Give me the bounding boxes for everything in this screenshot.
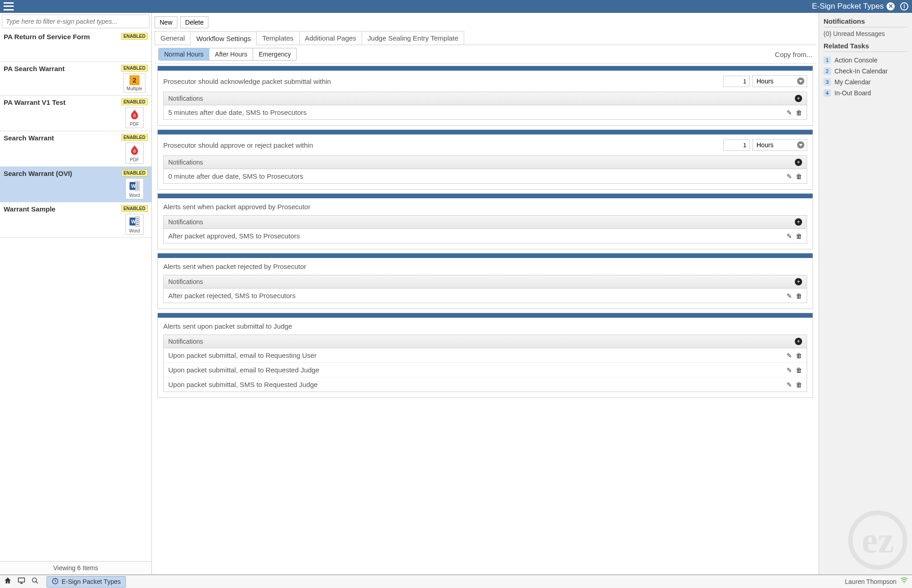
packet-item[interactable]: PA Search Warrant ENABLED 2 Multiple <box>0 62 151 96</box>
svg-text:W: W <box>131 183 136 189</box>
related-task-item[interactable]: 3My Calendar <box>824 77 907 88</box>
add-notification-icon[interactable]: + <box>795 278 802 285</box>
taskbar-open-tab[interactable]: E-Sign Packet Types <box>47 576 126 588</box>
delete-icon[interactable]: 🗑 <box>796 292 802 299</box>
notification-header: Notifications <box>168 278 795 285</box>
tab-additional-pages[interactable]: Additional Pages <box>299 31 363 45</box>
delete-icon[interactable]: 🗑 <box>796 109 802 116</box>
file-icon-pdf: PDF <box>125 107 144 128</box>
task-label: Action Console <box>834 57 877 64</box>
add-notification-icon[interactable]: + <box>795 338 802 345</box>
sub-tab-normal-hours[interactable]: Normal Hours <box>159 48 209 60</box>
task-list: 1Action Console2Check-In Calendar3My Cal… <box>824 55 907 98</box>
file-icon-multiple: 2 Multiple <box>124 73 145 93</box>
info-icon[interactable]: i <box>900 2 908 10</box>
notification-text: 5 minutes after due date, SMS to Prosecu… <box>168 108 787 116</box>
notification-row: After packet approved, SMS to Prosecutor… <box>164 229 807 243</box>
hamburger-icon[interactable] <box>4 2 14 10</box>
edit-icon[interactable]: ✎ <box>787 109 792 116</box>
watermark-logo: ez <box>848 511 907 570</box>
workflow-section: Alerts sent when packet approved by Pros… <box>157 193 813 249</box>
notification-header: Notifications <box>168 95 795 102</box>
packet-item[interactable]: PA Return of Service Form ENABLED <box>0 30 151 62</box>
task-number: 4 <box>824 89 831 97</box>
clock-icon <box>52 578 59 586</box>
edit-icon[interactable]: ✎ <box>787 173 792 180</box>
related-task-item[interactable]: 4In-Out Board <box>824 88 907 98</box>
packet-item[interactable]: Search Warrant ENABLED PDF <box>0 131 151 167</box>
tab-templates[interactable]: Templates <box>256 31 299 45</box>
notification-header: Notifications <box>168 159 795 166</box>
notification-text: After packet approved, SMS to Prosecutor… <box>168 232 787 240</box>
tab-general[interactable]: General <box>155 31 191 45</box>
notification-table: Notifications + 5 minutes after due date… <box>163 92 807 120</box>
packet-item[interactable]: PA Warrant V1 Test ENABLED PDF <box>0 96 151 131</box>
notification-table: Notifications + After packet approved, S… <box>163 215 807 243</box>
task-label: My Calendar <box>834 78 871 86</box>
edit-icon[interactable]: ✎ <box>787 352 792 359</box>
duration-unit-select[interactable]: Hours <box>752 75 807 87</box>
duration-unit-select[interactable]: Hours <box>752 139 807 151</box>
delete-icon[interactable]: 🗑 <box>796 173 802 180</box>
svg-rect-8 <box>135 217 140 227</box>
notification-text: 0 minute after due date, SMS to Prosecut… <box>168 172 787 180</box>
edit-icon[interactable]: ✎ <box>787 381 792 388</box>
delete-icon[interactable]: 🗑 <box>796 381 802 388</box>
workflow-section: Alerts sent when packet rejected by Pros… <box>157 253 813 309</box>
packet-item-name: Warrant Sample <box>4 205 56 213</box>
svg-rect-14 <box>18 578 25 582</box>
svg-point-17 <box>904 582 905 583</box>
search-icon[interactable] <box>31 577 39 587</box>
tab-judge-sealing-entry-template[interactable]: Judge Sealing Entry Template <box>362 31 464 45</box>
center-panel: New Delete GeneralWorkflow SettingsTempl… <box>152 13 819 574</box>
packet-types-panel: PA Return of Service Form ENABLED PA Sea… <box>0 13 152 574</box>
add-notification-icon[interactable]: + <box>795 218 802 226</box>
topbar: E-Sign Packet Types ✕ i <box>0 0 912 13</box>
packet-item[interactable]: Search Warrant (OVI) ENABLED W Word <box>0 167 151 202</box>
new-button[interactable]: New <box>155 16 177 28</box>
task-label: In-Out Board <box>834 89 871 97</box>
bottombar: E-Sign Packet Types Lauren Thompson <box>0 574 912 588</box>
delete-icon[interactable]: 🗑 <box>796 232 802 240</box>
delete-button[interactable]: Delete <box>180 16 208 28</box>
tab-workflow-settings[interactable]: Workflow Settings <box>190 31 257 45</box>
edit-icon[interactable]: ✎ <box>787 366 792 374</box>
workflow-body: Prosecutor should acknowledge packet sub… <box>155 64 816 574</box>
delete-icon[interactable]: 🗑 <box>796 352 802 359</box>
duration-input[interactable] <box>723 76 750 87</box>
section-bar <box>158 130 813 134</box>
packet-item[interactable]: Warrant Sample ENABLED W Word <box>0 202 151 238</box>
user-name[interactable]: Lauren Thompson <box>845 578 896 585</box>
notification-row: After packet rejected, SMS to Prosecutor… <box>164 289 807 303</box>
close-icon[interactable]: ✕ <box>886 2 895 10</box>
sub-tabs: Normal HoursAfter HoursEmergency <box>158 48 297 61</box>
right-panel: Notifications (0) Unread Messages Relate… <box>819 13 912 574</box>
monitor-icon[interactable] <box>17 577 26 587</box>
notification-row: Upon packet submittal, SMS to Requested … <box>164 377 807 392</box>
notification-text: Upon packet submittal, email to Requesti… <box>168 351 787 359</box>
task-number: 1 <box>824 57 831 64</box>
add-notification-icon[interactable]: + <box>795 95 802 102</box>
duration-input[interactable] <box>723 139 750 151</box>
packet-item-name: Search Warrant (OVI) <box>4 170 72 177</box>
edit-icon[interactable]: ✎ <box>787 292 792 299</box>
related-task-item[interactable]: 1Action Console <box>824 55 907 66</box>
sub-tab-after-hours[interactable]: After Hours <box>209 48 253 60</box>
taskbar-open-tab-label: E-Sign Packet Types <box>62 578 121 585</box>
notification-text: Upon packet submittal, SMS to Requested … <box>168 381 787 388</box>
sub-tab-emergency[interactable]: Emergency <box>253 48 296 60</box>
notification-row: Upon packet submittal, email to Requeste… <box>164 363 807 377</box>
add-notification-icon[interactable]: + <box>795 159 802 166</box>
unread-messages[interactable]: (0) Unread Messages <box>824 30 907 37</box>
filter-input[interactable] <box>2 15 150 28</box>
edit-icon[interactable]: ✎ <box>787 232 792 240</box>
section-bar <box>158 66 813 71</box>
home-icon[interactable] <box>4 577 12 587</box>
svg-rect-1 <box>135 181 140 191</box>
delete-icon[interactable]: 🗑 <box>796 366 802 374</box>
section-label: Alerts sent when packet rejected by Pros… <box>163 263 807 270</box>
wifi-icon <box>900 578 908 586</box>
related-task-item[interactable]: 2Check-In Calendar <box>824 66 907 77</box>
file-icon-word: W Word <box>125 178 144 199</box>
copy-from-link[interactable]: Copy from... <box>775 51 812 58</box>
